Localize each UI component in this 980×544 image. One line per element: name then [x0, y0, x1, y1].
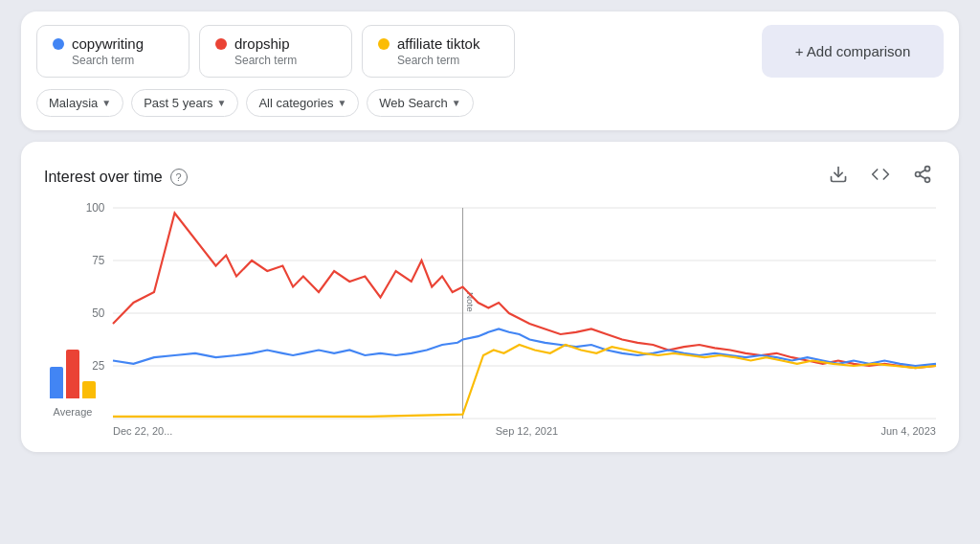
- average-bars: [50, 341, 96, 398]
- trend-chart: 100 75 50 25 Note: [113, 208, 936, 419]
- filter-category[interactable]: All categories ▼: [246, 89, 359, 117]
- chart-area: Average 100 75 50 25 Note: [44, 208, 936, 437]
- chevron-down-icon: ▼: [216, 98, 226, 108]
- add-comparison-label: + Add comparison: [795, 43, 911, 59]
- main-container: copywriting Search term dropship Search …: [21, 11, 959, 452]
- help-icon[interactable]: ?: [170, 169, 188, 186]
- add-comparison-button[interactable]: + Add comparison: [762, 25, 944, 78]
- chart-title-group: Interest over time ?: [44, 169, 188, 186]
- filter-category-label: All categories: [258, 96, 333, 110]
- term-dot: [378, 38, 390, 50]
- term-name: affiliate tiktok: [397, 35, 479, 52]
- avg-bar-dropship: [66, 350, 79, 398]
- chart-card: Interest over time ?: [21, 142, 959, 452]
- term-chip-dropship[interactable]: dropship Search term: [199, 25, 352, 78]
- top-card: copywriting Search term dropship Search …: [21, 11, 959, 130]
- svg-line-5: [920, 170, 925, 172]
- x-label-start: Dec 22, 20...: [113, 425, 172, 437]
- filter-search-type-label: Web Search: [379, 96, 447, 110]
- svg-text:100: 100: [86, 201, 105, 215]
- terms-row: copywriting Search term dropship Search …: [36, 25, 944, 78]
- filter-search-type[interactable]: Web Search ▼: [367, 89, 473, 117]
- chart-header: Interest over time ?: [44, 161, 936, 193]
- filter-region[interactable]: Malaysia ▼: [36, 89, 123, 117]
- chart-svg-wrapper: 100 75 50 25 Note: [113, 208, 936, 437]
- term-type: Search term: [397, 54, 499, 67]
- term-name: dropship: [234, 35, 290, 52]
- term-dot: [53, 38, 64, 50]
- svg-text:50: 50: [92, 306, 104, 320]
- terms-container: copywriting Search term dropship Search …: [36, 25, 752, 78]
- term-dot: [215, 38, 227, 50]
- term-chip-header: copywriting: [53, 35, 173, 52]
- svg-text:25: 25: [92, 359, 104, 373]
- filter-time-label: Past 5 years: [144, 96, 212, 110]
- chevron-down-icon: ▼: [337, 98, 346, 108]
- x-label-mid: Sep 12, 2021: [496, 425, 558, 437]
- filters-row: Malaysia ▼ Past 5 years ▼ All categories…: [36, 89, 944, 117]
- download-button[interactable]: [825, 161, 852, 193]
- filter-region-label: Malaysia: [49, 96, 98, 110]
- dropship-line: [113, 214, 936, 369]
- term-chip-affiliate_tiktok[interactable]: affiliate tiktok Search term: [362, 25, 515, 78]
- term-name: copywriting: [72, 35, 144, 52]
- filter-time[interactable]: Past 5 years ▼: [131, 89, 238, 117]
- term-chip-header: affiliate tiktok: [378, 35, 499, 52]
- term-chip-header: dropship: [215, 35, 336, 52]
- term-type: Search term: [234, 54, 336, 67]
- x-axis-labels: Dec 22, 20... Sep 12, 2021 Jun 4, 2023: [113, 421, 936, 437]
- svg-line-4: [920, 175, 925, 178]
- average-column: Average: [44, 341, 101, 437]
- term-type: Search term: [72, 54, 173, 67]
- svg-text:75: 75: [92, 254, 104, 267]
- average-label: Average: [54, 406, 93, 418]
- chart-actions: [825, 161, 936, 193]
- avg-bar-affiliate: [82, 381, 96, 398]
- chart-title: Interest over time: [44, 169, 163, 186]
- avg-bar-copywriting: [50, 367, 63, 398]
- x-label-end: Jun 4, 2023: [880, 425, 936, 437]
- term-chip-copywriting[interactable]: copywriting Search term: [36, 25, 189, 78]
- chevron-down-icon: ▼: [452, 98, 461, 108]
- embed-code-button[interactable]: [867, 161, 894, 193]
- chevron-down-icon: ▼: [101, 98, 111, 108]
- share-button[interactable]: [909, 161, 936, 193]
